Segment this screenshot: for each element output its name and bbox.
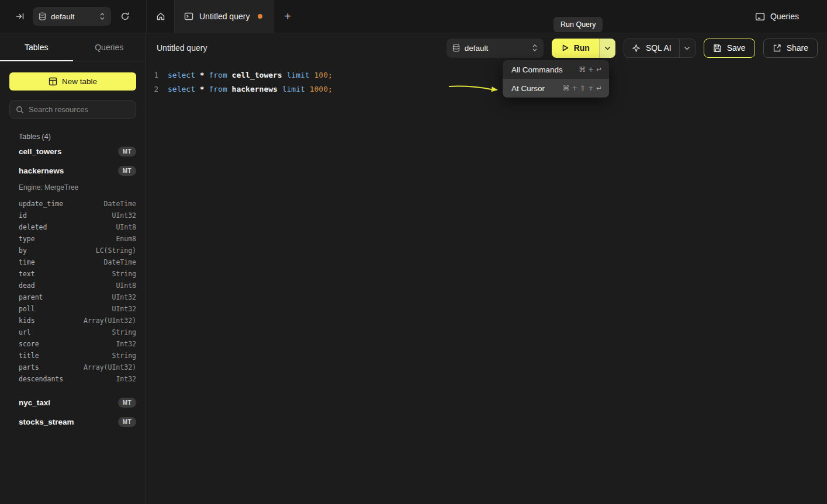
column-row[interactable]: timeDateTime [9, 256, 136, 268]
home-tab[interactable] [146, 0, 174, 33]
table-name: stocks_stream [19, 418, 74, 426]
query-header: Untitled query default Run [146, 33, 827, 62]
run-button[interactable]: Run [552, 39, 599, 58]
save-button[interactable]: Save [704, 39, 755, 58]
editor-lines: 1select * from cell_towers limit 100;2se… [146, 68, 827, 96]
query-database-selector[interactable]: default [447, 39, 544, 58]
topbar: default Untitled query + Q [0, 0, 827, 33]
column-type: LC(String) [96, 246, 136, 255]
share-button[interactable]: Share [763, 39, 818, 58]
search-resources-input[interactable] [29, 105, 132, 114]
run-menu-item[interactable]: All Commands⌘ + ↵ [503, 60, 609, 79]
menu-item-shortcut: ⌘ + ↵ [579, 65, 602, 74]
table-columns: update_timeDateTimeidUInt32deletedUInt8t… [9, 198, 136, 385]
menu-item-shortcut: ⌘ + ⇧ + ↵ [563, 84, 602, 92]
run-options-button[interactable] [599, 39, 615, 58]
code-token: from [209, 85, 231, 93]
column-row[interactable]: urlString [9, 326, 136, 338]
tables-section-title: Tables (4) [19, 133, 136, 141]
code-token: ; [328, 71, 333, 79]
code-line[interactable]: 1select * from cell_towers limit 100; [146, 68, 827, 82]
sql-ai-button[interactable]: SQL AI [624, 39, 679, 57]
new-table-button[interactable]: New table [9, 72, 136, 91]
share-icon [773, 44, 781, 53]
collapse-sidebar-icon[interactable] [12, 8, 28, 25]
column-row[interactable]: textString [9, 268, 136, 280]
sidebar-tab-tables[interactable]: Tables [0, 33, 73, 61]
sql-editor[interactable]: 1select * from cell_towers limit 100;2se… [146, 62, 827, 96]
column-row[interactable]: deletedUInt8 [9, 221, 136, 233]
code-token: 1000 [310, 85, 328, 93]
main-panel: Untitled query default Run [146, 33, 827, 504]
engine-badge: MT [118, 147, 136, 157]
code-text: select * from hackernews limit 1000; [168, 85, 333, 93]
line-number: 2 [146, 85, 164, 93]
column-name: dead [19, 281, 35, 290]
column-row[interactable]: update_timeDateTime [9, 198, 136, 210]
tab-untitled-query[interactable]: Untitled query [174, 0, 274, 33]
database-selector-value: default [51, 12, 95, 21]
column-row[interactable]: partsArray(UInt32) [9, 362, 136, 373]
run-menu-item[interactable]: At Cursor⌘ + ⇧ + ↵ [503, 79, 609, 98]
column-name: by [19, 246, 27, 255]
column-type: UInt32 [112, 211, 136, 220]
column-type: Array(UInt32) [84, 363, 136, 371]
column-row[interactable]: descendantsInt32 [9, 373, 136, 385]
tabs-strip: Untitled query + [146, 0, 750, 33]
query-tab-icon [184, 12, 193, 21]
save-icon [713, 44, 722, 53]
column-row[interactable]: parentUInt32 [9, 291, 136, 303]
table-row[interactable]: cell_towersMT [9, 142, 136, 161]
run-query-tooltip: Run Query [553, 17, 603, 32]
header-controls: default Run [447, 39, 818, 58]
code-token: cell_towers [232, 71, 282, 79]
table-engine: Engine: MergeTree [9, 182, 136, 193]
sql-ai-options-button[interactable] [679, 39, 695, 57]
engine-badge: MT [118, 417, 136, 427]
code-token: * [200, 71, 205, 79]
table-name: hackernews [19, 166, 64, 175]
table-row[interactable]: hackernewsMT [9, 161, 136, 180]
table-row[interactable]: nyc_taxiMT [9, 393, 136, 412]
column-row[interactable]: scoreInt32 [9, 338, 136, 350]
column-type: Int32 [116, 340, 136, 348]
sidebar-tab-queries[interactable]: Queries [73, 33, 146, 61]
table-name: cell_towers [19, 147, 62, 156]
database-icon [39, 12, 46, 20]
code-token: limit [287, 71, 314, 79]
column-row[interactable]: idUInt32 [9, 210, 136, 221]
column-row[interactable]: kidsArray(UInt32) [9, 315, 136, 326]
column-name: parts [19, 363, 39, 371]
column-row[interactable]: deadUInt8 [9, 280, 136, 291]
search-box[interactable] [9, 100, 136, 119]
code-token: ; [328, 85, 333, 93]
column-row[interactable]: titleString [9, 350, 136, 362]
table-name: nyc_taxi [19, 398, 50, 407]
column-name: deleted [19, 223, 47, 231]
new-tab-button[interactable]: + [274, 0, 302, 33]
column-row[interactable]: byLC(String) [9, 245, 136, 256]
queries-button[interactable]: Queries [750, 8, 804, 25]
column-row[interactable]: pollUInt32 [9, 303, 136, 315]
run-button-group: Run [552, 39, 615, 58]
column-row[interactable]: typeEnum8 [9, 233, 136, 245]
column-type: String [112, 270, 136, 278]
run-menu: All Commands⌘ + ↵At Cursor⌘ + ⇧ + ↵ [503, 60, 609, 98]
refresh-icon[interactable] [117, 8, 133, 25]
table-row[interactable]: stocks_streamMT [9, 412, 136, 432]
search-icon [16, 106, 24, 114]
query-tab-label: Untitled query [199, 12, 250, 21]
engine-badge: MT [118, 398, 136, 408]
code-line[interactable]: 2select * from hackernews limit 1000; [146, 82, 827, 96]
chevron-updown-icon [532, 44, 538, 52]
queries-button-label: Queries [770, 12, 799, 21]
code-token [278, 85, 282, 93]
code-token: select [168, 71, 200, 79]
column-type: UInt8 [116, 223, 136, 231]
column-type: UInt8 [116, 281, 136, 290]
code-token: from [209, 71, 231, 79]
topbar-database-selector[interactable]: default [33, 7, 111, 26]
code-token: * [200, 85, 205, 93]
sidebar-tabs: Tables Queries [0, 33, 146, 61]
code-text: select * from cell_towers limit 100; [168, 71, 333, 79]
